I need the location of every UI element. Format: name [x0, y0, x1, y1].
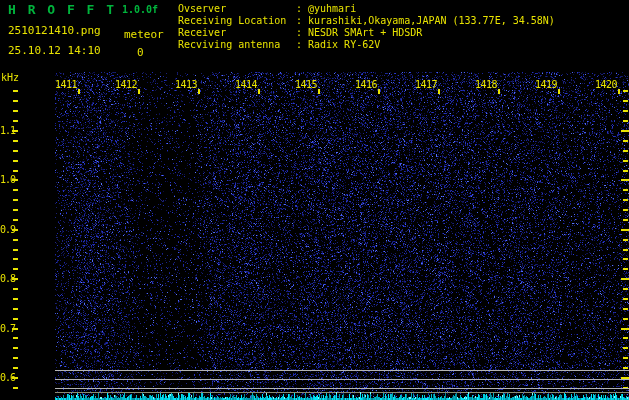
station-info-label: Recviving antenna — [178, 39, 296, 51]
spectrogram-canvas — [0, 0, 629, 400]
y-axis-label: 1.1 — [0, 125, 15, 136]
station-info-colon: : — [296, 15, 308, 27]
output-filename: 2510121410.png — [8, 24, 101, 37]
app-title: H R O F F T — [8, 2, 116, 17]
station-info-value: @yuhmari — [308, 3, 356, 15]
y-axis-label: 0.6 — [0, 372, 15, 383]
station-info-value: NESDR SMArt + HDSDR — [308, 27, 422, 39]
x-axis-label: 1416 — [355, 79, 377, 90]
datetime-label: 25.10.12 14:10 — [8, 44, 101, 57]
station-info-value: kurashiki,Okayama,JAPAN (133.77E, 34.58N… — [308, 15, 555, 27]
x-axis-label: 1411 — [55, 79, 77, 90]
station-info-label: Receiver — [178, 27, 296, 39]
meteor-counter-label: meteor — [124, 28, 164, 41]
x-axis-label: 1418 — [475, 79, 497, 90]
station-info-colon: : — [296, 3, 308, 15]
y-axis-label: 0.7 — [0, 323, 15, 334]
station-info-block: Ovserver:@yuhmariReceiving Location:kura… — [178, 3, 555, 51]
y-axis-label: 1.0 — [0, 174, 15, 185]
x-axis-label: 1420 — [595, 79, 617, 90]
station-info-label: Receiving Location — [178, 15, 296, 27]
station-info-row: Receiver:NESDR SMArt + HDSDR — [178, 27, 555, 39]
y-axis-label: 0.9 — [0, 224, 15, 235]
x-axis-label: 1415 — [295, 79, 317, 90]
x-axis-label: 1414 — [235, 79, 257, 90]
y-axis-label: 0.8 — [0, 273, 15, 284]
x-axis-label: 1413 — [175, 79, 197, 90]
station-info-value: Radix RY-62V — [308, 39, 380, 51]
station-info-row: Receiving Location:kurashiki,Okayama,JAP… — [178, 15, 555, 27]
app-version: 1.0.0f — [122, 4, 158, 15]
y-axis-unit: kHz — [1, 72, 19, 83]
station-info-colon: : — [296, 39, 308, 51]
x-axis-label: 1417 — [415, 79, 437, 90]
station-info-label: Ovserver — [178, 3, 296, 15]
station-info-colon: : — [296, 27, 308, 39]
x-axis-label: 1412 — [115, 79, 137, 90]
meteor-counter-value: 0 — [137, 46, 144, 59]
x-axis-label: 1419 — [535, 79, 557, 90]
station-info-row: Recviving antenna:Radix RY-62V — [178, 39, 555, 51]
station-info-row: Ovserver:@yuhmari — [178, 3, 555, 15]
hrofft-window: H R O F F T 1.0.0f 2510121410.png meteor… — [0, 0, 629, 400]
